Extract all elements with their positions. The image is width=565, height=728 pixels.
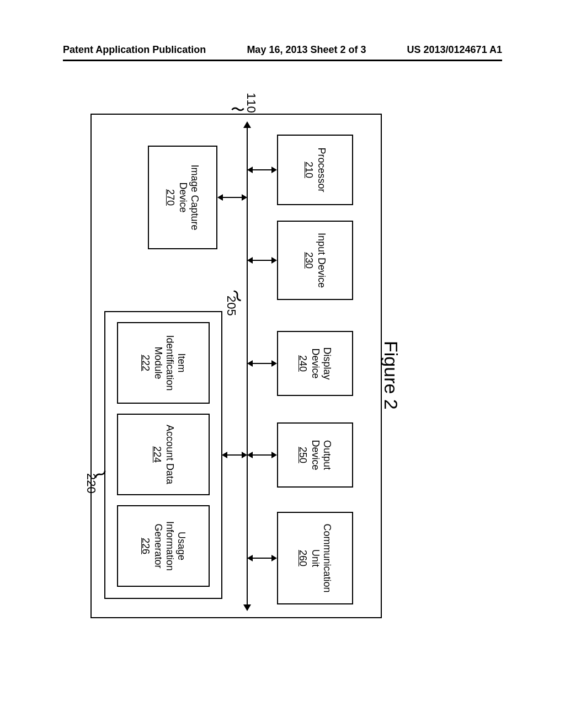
page-header: Patent Application Publication May 16, 2… bbox=[63, 44, 502, 56]
item-identification-label2: Identification bbox=[164, 335, 175, 390]
figure-caption: Figure 2 bbox=[380, 341, 402, 410]
usage-info-label1: Usage bbox=[175, 532, 187, 560]
image-capture-block: Image Capture Device 270 bbox=[148, 146, 217, 249]
usage-info-label2: Information bbox=[164, 521, 175, 571]
stub-input-device bbox=[253, 260, 271, 261]
input-device-label: Input Device bbox=[316, 233, 327, 288]
stub-processor bbox=[253, 169, 271, 170]
ref-220-label: 220 bbox=[84, 473, 98, 494]
stub-memory bbox=[227, 454, 242, 456]
ref-110-label: 110 bbox=[244, 93, 258, 113]
page: Patent Application Publication May 16, 2… bbox=[0, 0, 565, 728]
item-identification-label1: Item bbox=[175, 353, 187, 372]
arrowhead-down-icon bbox=[247, 452, 253, 458]
item-identification-label3: Module bbox=[152, 346, 164, 379]
header-right: US 2013/0124671 A1 bbox=[407, 44, 502, 56]
communication-unit-block: Communication Unit 260 bbox=[277, 512, 353, 604]
processor-num: 210 bbox=[303, 162, 315, 178]
account-data-label: Account Data bbox=[164, 425, 175, 484]
output-device-num: 250 bbox=[297, 447, 309, 463]
communication-unit-num: 260 bbox=[297, 550, 309, 566]
item-identification-num: 222 bbox=[140, 355, 151, 371]
image-capture-label2: Device bbox=[178, 182, 189, 212]
ref-205-label: 205 bbox=[224, 296, 238, 316]
figure-rotated-wrapper: 110 〜 〜 205 Processor 210 Input Device 2… bbox=[90, 93, 382, 628]
arrowhead-up-icon bbox=[271, 452, 277, 458]
image-capture-label1: Image Capture bbox=[189, 164, 201, 230]
arrowhead-up-icon bbox=[271, 360, 277, 367]
processor-block: Processor 210 bbox=[277, 135, 353, 205]
arrowhead-down-icon bbox=[247, 555, 253, 561]
arrowhead-up-icon bbox=[271, 167, 277, 173]
arrowhead-up-icon bbox=[271, 555, 277, 561]
arrowhead-up-icon bbox=[242, 194, 247, 201]
arrowhead-down-icon bbox=[247, 257, 253, 264]
output-device-label1: Output bbox=[322, 440, 333, 470]
input-device-block: Input Device 230 bbox=[277, 221, 353, 300]
arrowhead-down-icon bbox=[247, 360, 253, 367]
display-device-block: Display Device 240 bbox=[277, 331, 353, 396]
display-device-label2: Device bbox=[310, 348, 322, 378]
usage-info-block: Usage Information Generator 226 bbox=[117, 505, 210, 587]
communication-unit-label1: Communication bbox=[322, 523, 333, 592]
processor-label: Processor bbox=[316, 147, 327, 192]
output-device-label2: Device bbox=[310, 440, 322, 470]
stub-image-capture bbox=[223, 197, 242, 198]
bus-arrow-right-icon bbox=[243, 604, 251, 611]
figure-area: 110 〜 〜 205 Processor 210 Input Device 2… bbox=[90, 93, 382, 628]
bus-arrow-left-icon bbox=[243, 121, 251, 128]
header-left: Patent Application Publication bbox=[63, 44, 206, 56]
image-capture-num: 270 bbox=[165, 189, 177, 206]
input-device-num: 230 bbox=[303, 252, 315, 269]
output-device-block: Output Device 250 bbox=[277, 422, 353, 488]
usage-info-label3: Generator bbox=[152, 523, 164, 568]
usage-info-num: 226 bbox=[140, 538, 151, 554]
item-identification-block: Item Identification Module 222 bbox=[117, 322, 210, 404]
communication-unit-label2: Unit bbox=[310, 549, 322, 567]
account-data-num: 224 bbox=[151, 446, 163, 463]
display-device-label1: Display bbox=[322, 347, 333, 379]
stub-output-device bbox=[253, 454, 271, 456]
header-center: May 16, 2013 Sheet 2 of 3 bbox=[247, 44, 366, 56]
arrowhead-down-icon bbox=[247, 167, 253, 173]
arrowhead-up-icon bbox=[271, 257, 277, 264]
account-data-block: Account Data 224 bbox=[117, 414, 210, 495]
header-rule bbox=[63, 60, 502, 61]
stub-display-device bbox=[253, 363, 271, 364]
arrowhead-down-icon bbox=[217, 194, 223, 201]
arrowhead-up-icon bbox=[242, 452, 247, 458]
stub-communication-unit bbox=[253, 558, 271, 559]
display-device-num: 240 bbox=[297, 355, 309, 372]
arrowhead-down-icon bbox=[222, 452, 227, 458]
